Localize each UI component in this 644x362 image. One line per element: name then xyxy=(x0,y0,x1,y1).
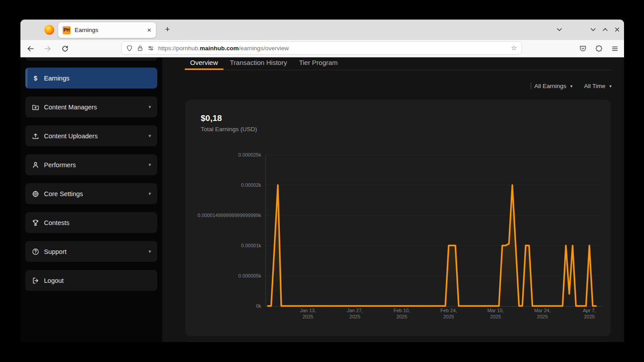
sidebar-item-support[interactable]: Support▾ xyxy=(25,241,157,262)
x-axis-tick-label: Jan 13,2025 xyxy=(300,308,316,319)
chevron-down-icon: ▾ xyxy=(148,249,151,254)
dollar-icon: $ xyxy=(32,74,40,82)
sidebar-item-label: Performers xyxy=(44,161,76,169)
logout-icon xyxy=(32,277,40,285)
chevron-down-icon: ▾ xyxy=(148,191,151,197)
earnings-filter-dropdown[interactable]: All Earnings ▾ xyxy=(531,83,572,89)
browser-tab-strip: PH Earnings ✕ + xyxy=(20,20,624,40)
x-axis-tick-label: Feb 10,2025 xyxy=(394,308,410,319)
url-path: /earnings/overview xyxy=(239,45,289,52)
tracking-shield-icon[interactable] xyxy=(126,45,133,52)
url-prefix: https://pornhub. xyxy=(158,45,200,52)
window-minimize-icon[interactable] xyxy=(590,26,596,33)
time-filter-label: All Time xyxy=(584,83,605,89)
sidebar-item-logout[interactable]: Logout xyxy=(25,270,157,291)
y-axis-tick-label: 0.000014999999999999999k xyxy=(198,213,262,218)
main-panel: OverviewTransaction HistoryTier Program … xyxy=(162,57,624,342)
x-axis-tick-label: Jan 27,2025 xyxy=(347,308,363,319)
browser-toolbar: https://pornhub.mainhub.com/earnings/ove… xyxy=(20,40,624,57)
chevron-down-icon: ▾ xyxy=(148,162,151,168)
svg-text:$: $ xyxy=(34,74,37,81)
tab-transaction-history[interactable]: Transaction History xyxy=(225,58,293,70)
sidebar-item-label: Logout xyxy=(44,277,64,284)
tabs-divider xyxy=(185,70,613,70)
total-earnings-caption: Total Earnings (USD) xyxy=(201,126,257,133)
list-all-tabs-chevron-icon[interactable] xyxy=(556,26,563,35)
y-axis-tick-label: 0.000005k xyxy=(239,273,262,278)
bookmark-star-icon[interactable]: ☆ xyxy=(511,44,517,52)
x-axis-tick-label: Apr 7,2025 xyxy=(583,308,596,319)
x-axis-tick-label: Mar 10,2025 xyxy=(487,308,504,319)
upload-icon xyxy=(32,132,40,140)
window-maximize-icon[interactable] xyxy=(602,26,608,33)
permissions-icon[interactable] xyxy=(147,45,154,52)
sidebar-item-label: Earnings xyxy=(44,75,69,82)
time-filter-dropdown[interactable]: All Time ▾ xyxy=(584,83,612,89)
sidebar-item-label: Core Settings xyxy=(44,190,83,197)
sidebar-item-contests[interactable]: Contests xyxy=(25,212,157,233)
y-axis-tick-label: 0k xyxy=(256,303,261,309)
sidebar-item-label: Contests xyxy=(44,219,69,226)
folder-plus-icon xyxy=(32,103,40,111)
extensions-puzzle-icon[interactable] xyxy=(595,45,603,52)
next-card-clipped xyxy=(185,342,611,342)
url-text[interactable]: https://pornhub.mainhub.com/earnings/ove… xyxy=(158,45,289,52)
sidebar-item-content-managers[interactable]: Content Managers▾ xyxy=(25,97,157,117)
chevron-down-icon: ▾ xyxy=(570,84,572,88)
sidebar-item-earnings[interactable]: $Earnings xyxy=(25,68,157,88)
sidebar-item-label: Support xyxy=(44,248,67,255)
chevron-down-icon: ▾ xyxy=(148,104,151,110)
tab-close-icon[interactable]: ✕ xyxy=(147,27,151,33)
url-domain: mainhub.com xyxy=(200,45,239,52)
sidebar-item-content-uploaders[interactable]: Content Uploaders▾ xyxy=(25,125,157,146)
lock-icon[interactable] xyxy=(137,45,143,52)
site-favicon-icon: PH xyxy=(63,26,71,34)
app-content: $EarningsContent Managers▾Content Upload… xyxy=(20,57,624,342)
back-button-icon[interactable] xyxy=(27,45,34,52)
reload-button-icon[interactable] xyxy=(61,45,69,52)
sidebar: $EarningsContent Managers▾Content Upload… xyxy=(20,57,162,342)
trophy-icon xyxy=(32,219,40,227)
help-circle-icon xyxy=(32,248,40,256)
tab-tier-program[interactable]: Tier Program xyxy=(294,58,343,70)
sidebar-item-label: Content Uploaders xyxy=(44,133,98,140)
y-axis-tick-label: 0.000025k xyxy=(239,152,262,157)
earnings-filter-label: All Earnings xyxy=(534,83,566,89)
browser-tab-earnings[interactable]: PH Earnings ✕ xyxy=(58,22,156,38)
y-axis-tick-label: 0.00001k xyxy=(241,243,262,248)
tab-title: Earnings xyxy=(75,27,98,33)
new-tab-button[interactable]: + xyxy=(162,24,173,35)
earnings-chart: 0k0.000005k0.00001k0.0000149999999999999… xyxy=(191,149,611,327)
tab-overview[interactable]: Overview xyxy=(185,58,223,70)
sidebar-item-label: Content Managers xyxy=(44,104,97,111)
sidebar-item-performers[interactable]: Performers▾ xyxy=(25,154,157,175)
content-tabs: OverviewTransaction HistoryTier Program xyxy=(185,58,343,70)
total-earnings-amount: $0,18 xyxy=(201,113,222,123)
chevron-down-icon: ▾ xyxy=(148,133,151,139)
window-controls xyxy=(590,26,620,33)
x-axis-tick-label: Feb 24,2025 xyxy=(441,308,457,319)
menu-hamburger-icon[interactable] xyxy=(611,45,619,52)
chevron-down-icon: ▾ xyxy=(609,84,612,88)
y-axis-tick-label: 0.00002k xyxy=(241,182,262,188)
forward-button-icon[interactable] xyxy=(44,45,52,52)
sidebar-item-clipped[interactable] xyxy=(25,57,157,60)
earnings-card: $0,18 Total Earnings (USD) 0k0.000005k0.… xyxy=(185,100,611,336)
sidebar-item-core-settings[interactable]: Core Settings▾ xyxy=(25,183,157,204)
filters-row: All Earnings ▾ All Time ▾ xyxy=(531,83,612,89)
screenshot-stage: PH Earnings ✕ + xyxy=(0,0,644,362)
x-axis-tick-label: Mar 24,2025 xyxy=(534,308,551,319)
pocket-icon[interactable] xyxy=(579,45,587,52)
url-bar[interactable]: https://pornhub.mainhub.com/earnings/ove… xyxy=(121,41,522,55)
gear-icon xyxy=(32,190,40,198)
firefox-logo-icon[interactable] xyxy=(44,25,54,35)
window-close-icon[interactable] xyxy=(614,26,620,33)
person-icon xyxy=(32,161,40,169)
browser-window: PH Earnings ✕ + xyxy=(20,20,624,342)
